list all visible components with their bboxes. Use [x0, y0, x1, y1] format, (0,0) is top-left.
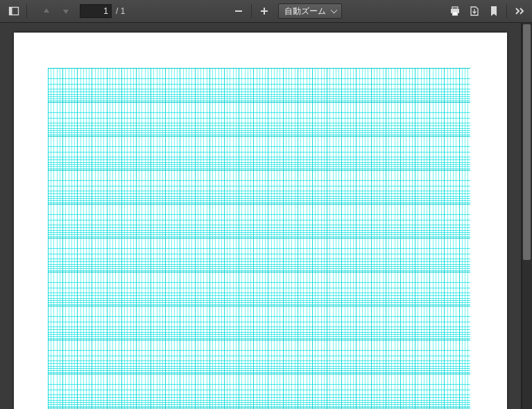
- sidebar-toggle-button[interactable]: [4, 1, 24, 21]
- log-decade: [48, 272, 470, 306]
- log-decade: [48, 204, 470, 238]
- tools-menu-button[interactable]: [510, 1, 529, 21]
- log-graph-paper: [48, 68, 470, 409]
- svg-rect-2: [235, 10, 242, 12]
- document-area[interactable]: [0, 23, 522, 409]
- zoom-out-button[interactable]: [229, 1, 248, 21]
- download-button[interactable]: [465, 1, 484, 21]
- pdf-page: [14, 33, 507, 409]
- separator: [26, 4, 27, 18]
- print-button[interactable]: [445, 1, 465, 21]
- bookmark-button[interactable]: [484, 1, 504, 21]
- zoom-select-wrap: 自動ズーム: [274, 3, 342, 19]
- vertical-scrollbar[interactable]: [522, 23, 532, 409]
- viewer: [0, 23, 532, 409]
- zoom-in-button[interactable]: [255, 1, 274, 21]
- log-decade: [48, 102, 470, 136]
- svg-rect-1: [10, 8, 12, 15]
- log-decade: [48, 374, 470, 408]
- svg-rect-4: [264, 8, 265, 15]
- page-number-input[interactable]: [80, 4, 112, 18]
- log-decade: [48, 68, 470, 102]
- page-count-label: / 1: [116, 6, 125, 16]
- prev-page-button[interactable]: [37, 1, 56, 21]
- log-decade: [48, 340, 470, 374]
- log-decade: [48, 136, 470, 170]
- zoom-select[interactable]: 自動ズーム: [278, 3, 342, 19]
- next-page-button[interactable]: [56, 1, 76, 21]
- separator: [506, 4, 507, 18]
- log-decade: [48, 170, 470, 204]
- pdf-toolbar: / 1 自動ズーム: [0, 0, 532, 23]
- svg-rect-5: [452, 7, 458, 9]
- svg-rect-7: [453, 12, 458, 15]
- log-decade: [48, 306, 470, 340]
- log-decade: [48, 238, 470, 272]
- separator: [251, 4, 252, 18]
- scrollbar-thumb[interactable]: [523, 24, 531, 260]
